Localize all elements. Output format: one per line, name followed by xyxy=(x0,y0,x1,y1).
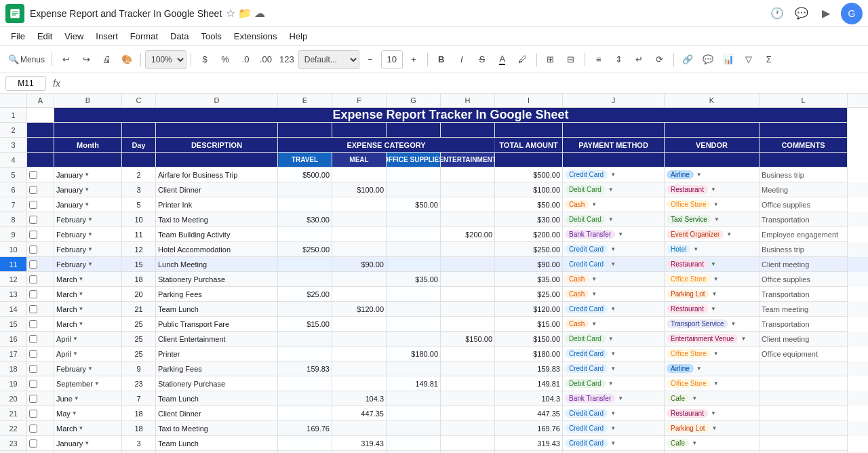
cell-vendor-22[interactable]: Parking Lot▼ xyxy=(665,421,760,436)
font-size-display[interactable]: 10 xyxy=(381,50,403,69)
month-dropdown-7[interactable]: ▼ xyxy=(84,201,90,208)
comment-icon[interactable]: 💬 xyxy=(792,4,811,23)
cell-office-9[interactable] xyxy=(387,227,441,242)
month-dropdown-9[interactable]: ▼ xyxy=(87,231,93,237)
chart-btn[interactable]: 📊 xyxy=(719,50,738,69)
payment-dropdown-arrow[interactable]: ▼ xyxy=(610,425,616,431)
cell-vendor-15[interactable]: Transport Service▼ xyxy=(665,317,760,332)
payment-dropdown-arrow[interactable]: ▼ xyxy=(591,201,597,208)
vendor-dropdown-arrow[interactable]: ▼ xyxy=(726,231,732,237)
filter-btn[interactable]: ▽ xyxy=(739,50,758,69)
cell-meal-20[interactable]: 104.3 xyxy=(332,391,387,406)
cell-vendor-21[interactable]: Restaurant▼ xyxy=(665,406,760,421)
row-checkbox-10[interactable] xyxy=(29,245,37,254)
cell-f2[interactable] xyxy=(332,123,387,138)
cell-office-22[interactable] xyxy=(387,421,441,436)
function-btn[interactable]: Σ xyxy=(760,50,778,69)
cell-office-18[interactable] xyxy=(387,361,441,376)
cell-desc-15[interactable]: Public Transport Fare xyxy=(156,317,278,332)
cell-day-6[interactable]: 3 xyxy=(122,182,156,197)
cell-desc-9[interactable]: Team Building Activity xyxy=(156,227,278,242)
cell-entertainment-22[interactable] xyxy=(441,421,495,436)
cell-desc-12[interactable]: Stationery Purchase xyxy=(156,272,278,287)
row-checkbox-15[interactable] xyxy=(29,320,37,328)
month-dropdown-15[interactable]: ▼ xyxy=(79,321,84,327)
cell-meal-19[interactable] xyxy=(332,376,387,391)
cell-payment-19[interactable]: Debit Card▼ xyxy=(563,376,665,391)
cell-desc-20[interactable]: Team Lunch xyxy=(156,391,278,406)
cell-vendor-18[interactable]: Airline▼ xyxy=(665,361,760,376)
menu-tools[interactable]: Tools xyxy=(195,30,226,43)
vendor-dropdown-arrow[interactable]: ▼ xyxy=(712,291,717,297)
vendor-dropdown-arrow[interactable]: ▼ xyxy=(713,276,719,282)
month-dropdown-10[interactable]: ▼ xyxy=(87,246,93,252)
cell-office-14[interactable] xyxy=(387,302,441,317)
cell-entertainment-23[interactable] xyxy=(441,436,495,451)
cell-desc-14[interactable]: Team Lunch xyxy=(156,302,278,317)
cell-month-9[interactable]: February ▼ xyxy=(54,227,122,242)
italic-btn[interactable]: I xyxy=(452,50,471,69)
vendor-dropdown-arrow[interactable]: ▼ xyxy=(711,410,716,416)
cell-k2[interactable] xyxy=(665,123,760,138)
cell-day-10[interactable]: 12 xyxy=(122,242,156,257)
cell-a1[interactable] xyxy=(27,108,54,123)
cell-travel-19[interactable] xyxy=(278,376,332,391)
cell-travel-7[interactable] xyxy=(278,197,332,212)
cell-payment-7[interactable]: Cash▼ xyxy=(563,197,665,212)
payment-dropdown-arrow[interactable]: ▼ xyxy=(618,395,623,401)
currency-btn[interactable]: $ xyxy=(195,50,214,69)
vendor-dropdown-arrow[interactable]: ▼ xyxy=(712,425,717,431)
cell-total-18[interactable]: 159.83 xyxy=(495,361,563,376)
vendor-dropdown-arrow[interactable]: ▼ xyxy=(692,440,697,446)
payment-dropdown-arrow[interactable]: ▼ xyxy=(610,306,616,312)
search-menus-btn[interactable]: 🔍 Menus xyxy=(5,50,47,69)
text-color-btn[interactable]: A xyxy=(493,50,512,69)
col-header-d[interactable]: D xyxy=(156,94,278,107)
cell-office-15[interactable] xyxy=(387,317,441,332)
cell-vendor-14[interactable]: Restaurant▼ xyxy=(665,302,760,317)
cell-entertainment-17[interactable] xyxy=(441,347,495,361)
cell-month-17[interactable]: April ▼ xyxy=(54,347,122,361)
formula-input[interactable] xyxy=(67,76,863,91)
cell-meal-17[interactable] xyxy=(332,347,387,361)
cell-total-14[interactable]: $120.00 xyxy=(495,302,563,317)
col-header-f[interactable]: F xyxy=(332,94,387,107)
cell-payment-21[interactable]: Credit Card▼ xyxy=(563,406,665,421)
comment-tb-btn[interactable]: 💬 xyxy=(698,50,717,69)
col-header-c[interactable]: C xyxy=(122,94,156,107)
cell-meal-11[interactable]: $90.00 xyxy=(332,257,387,272)
cell-meal-8[interactable] xyxy=(332,212,387,227)
cell-month-15[interactable]: March ▼ xyxy=(54,317,122,332)
cell-meal-21[interactable]: 447.35 xyxy=(332,406,387,421)
month-dropdown-23[interactable]: ▼ xyxy=(84,440,90,446)
cell-month-16[interactable]: April ▼ xyxy=(54,332,122,347)
redo-btn[interactable]: ↪ xyxy=(77,50,96,69)
vendor-dropdown-arrow[interactable]: ▼ xyxy=(714,216,719,222)
cell-office-23[interactable] xyxy=(387,436,441,451)
increase-font-btn[interactable]: + xyxy=(404,50,423,69)
cell-total-10[interactable]: $250.00 xyxy=(495,242,563,257)
cell-month-21[interactable]: May ▼ xyxy=(54,406,122,421)
vendor-dropdown-arrow[interactable]: ▼ xyxy=(713,201,719,208)
col-header-h[interactable]: H xyxy=(441,94,495,107)
menu-edit[interactable]: Edit xyxy=(32,30,58,43)
avatar[interactable]: G xyxy=(841,3,863,24)
cell-month-6[interactable]: January ▼ xyxy=(54,182,122,197)
cell-entertainment-13[interactable] xyxy=(441,287,495,302)
cell-office-7[interactable]: $50.00 xyxy=(387,197,441,212)
cell-payment-9[interactable]: Bank Transfer▼ xyxy=(563,227,665,242)
row-checkbox-7[interactable] xyxy=(29,201,37,209)
cell-office-8[interactable] xyxy=(387,212,441,227)
cell-office-12[interactable]: $35.00 xyxy=(387,272,441,287)
cell-vendor-8[interactable]: Taxi Service▼ xyxy=(665,212,760,227)
cell-e2[interactable] xyxy=(278,123,332,138)
cell-travel-20[interactable] xyxy=(278,391,332,406)
cell-total-20[interactable]: 104.3 xyxy=(495,391,563,406)
vendor-dropdown-arrow[interactable]: ▼ xyxy=(713,351,719,357)
menu-insert[interactable]: Insert xyxy=(90,30,123,43)
cell-travel-5[interactable]: $500.00 xyxy=(278,168,332,182)
cell-month-18[interactable]: February ▼ xyxy=(54,361,122,376)
payment-dropdown-arrow[interactable]: ▼ xyxy=(610,440,616,446)
paint-format-btn[interactable]: 🎨 xyxy=(117,50,136,69)
month-dropdown-14[interactable]: ▼ xyxy=(79,306,84,312)
